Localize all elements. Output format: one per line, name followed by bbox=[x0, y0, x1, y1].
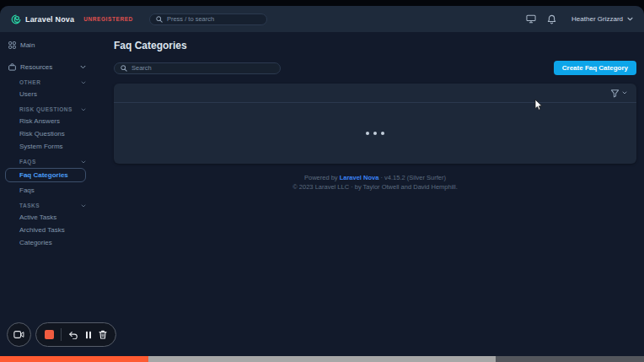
laravel-nova-link[interactable]: Laravel Nova bbox=[340, 174, 379, 181]
footer-text: Powered by bbox=[304, 174, 340, 181]
chevron-down-icon bbox=[81, 160, 86, 164]
sidebar-section-faqs[interactable]: FAQS bbox=[19, 159, 86, 165]
sidebar-item-archived-tasks[interactable]: Archived Tasks bbox=[19, 224, 112, 235]
trash-icon[interactable] bbox=[99, 330, 107, 339]
page-title: Faq Categories bbox=[114, 40, 636, 51]
sidebar-group-resources[interactable]: Resources bbox=[8, 62, 86, 73]
divider bbox=[61, 328, 62, 341]
section-label: RISK QUESTIONS bbox=[19, 106, 72, 112]
sidebar-item-categories[interactable]: Categories bbox=[19, 237, 112, 248]
timeline-loaded-segment bbox=[148, 356, 496, 362]
resource-search[interactable] bbox=[114, 62, 281, 74]
filter-icon[interactable] bbox=[610, 89, 620, 98]
stop-icon[interactable] bbox=[45, 330, 54, 339]
sidebar-item-risk-questions[interactable]: Risk Questions bbox=[19, 128, 112, 139]
nova-footer: Powered by Laravel Nova · v4.15.2 (Silve… bbox=[114, 173, 636, 192]
global-search-input[interactable] bbox=[167, 15, 260, 23]
license-badge: UNREGISTERED bbox=[83, 16, 133, 22]
recorder-toolbar bbox=[35, 322, 116, 347]
sidebar-item-label: Main bbox=[20, 41, 35, 49]
brand-logo[interactable]: Laravel Nova bbox=[11, 14, 74, 24]
briefcase-icon bbox=[8, 63, 16, 71]
sidebar-item-active-tasks[interactable]: Active Tasks bbox=[19, 212, 112, 223]
top-navbar: Laravel Nova UNREGISTERED bbox=[0, 6, 644, 32]
sidebar-item-main[interactable]: Main bbox=[8, 40, 112, 51]
chevron-down-icon bbox=[81, 108, 86, 111]
user-menu[interactable]: Heather Grizzard bbox=[572, 15, 633, 23]
search-icon bbox=[156, 16, 163, 23]
resource-table-panel bbox=[114, 84, 636, 164]
app-window: Laravel Nova UNREGISTERED bbox=[0, 6, 644, 362]
bell-icon[interactable] bbox=[547, 14, 556, 24]
sidebar-group-label: Resources bbox=[20, 63, 52, 71]
loading-dot bbox=[366, 132, 369, 135]
timeline-remaining-segment bbox=[496, 356, 644, 362]
sidebar-item-risk-answers[interactable]: Risk Answers bbox=[19, 116, 112, 127]
create-faq-category-button[interactable]: Create Faq Category bbox=[554, 61, 636, 75]
sidebar: Main Resources bbox=[0, 32, 112, 362]
sidebar-section-other[interactable]: OTHER bbox=[19, 79, 86, 85]
sidebar-section-risk-questions[interactable]: RISK QUESTIONS bbox=[19, 106, 86, 112]
timeline-scrubber[interactable] bbox=[0, 356, 644, 362]
brand-name: Laravel Nova bbox=[25, 15, 74, 24]
camera-icon bbox=[13, 331, 24, 338]
chevron-down-icon bbox=[80, 65, 86, 69]
resource-search-input[interactable] bbox=[131, 64, 274, 72]
sidebar-item-faqs[interactable]: Faqs bbox=[19, 185, 112, 196]
sidebar-item-users[interactable]: Users bbox=[19, 89, 112, 100]
pause-icon[interactable] bbox=[85, 331, 92, 339]
loading-dot bbox=[381, 132, 384, 135]
grid-icon bbox=[8, 41, 16, 49]
footer-version: · v4.15.2 (Silver Surfer) bbox=[378, 174, 446, 181]
screen: Laravel Nova UNREGISTERED bbox=[0, 0, 644, 362]
sidebar-item-system-forms[interactable]: System Forms bbox=[19, 141, 112, 152]
undo-icon[interactable] bbox=[68, 331, 78, 339]
loading-dot bbox=[373, 132, 377, 135]
camera-button[interactable] bbox=[7, 322, 31, 347]
loading-indicator bbox=[114, 103, 636, 164]
chevron-down-icon bbox=[81, 204, 86, 208]
nova-logo-icon bbox=[11, 14, 21, 24]
footer-powered-line: Powered by Laravel Nova · v4.15.2 (Silve… bbox=[114, 173, 636, 182]
section-label: OTHER bbox=[19, 79, 40, 85]
main-content: Faq Categories Create Faq Category bbox=[112, 32, 644, 362]
monitor-icon[interactable] bbox=[526, 14, 536, 24]
section-label: TASKS bbox=[19, 203, 40, 208]
search-icon bbox=[121, 65, 127, 72]
footer-copyright: © 2023 Laravel LLC · by Taylor Otwell an… bbox=[114, 182, 636, 192]
global-search[interactable] bbox=[149, 14, 267, 25]
cursor-icon bbox=[534, 99, 544, 111]
resource-table-toolbar bbox=[114, 84, 636, 103]
timeline-played-segment bbox=[0, 356, 148, 362]
sidebar-item-faq-categories[interactable]: Faq Categories bbox=[5, 168, 86, 182]
chevron-down-icon[interactable] bbox=[622, 91, 627, 95]
recording-controls bbox=[7, 322, 116, 347]
chevron-down-icon bbox=[627, 17, 633, 21]
sidebar-section-tasks[interactable]: TASKS bbox=[19, 203, 86, 208]
section-label: FAQS bbox=[19, 159, 36, 165]
chevron-down-icon bbox=[81, 81, 86, 84]
user-name: Heather Grizzard bbox=[572, 15, 623, 23]
